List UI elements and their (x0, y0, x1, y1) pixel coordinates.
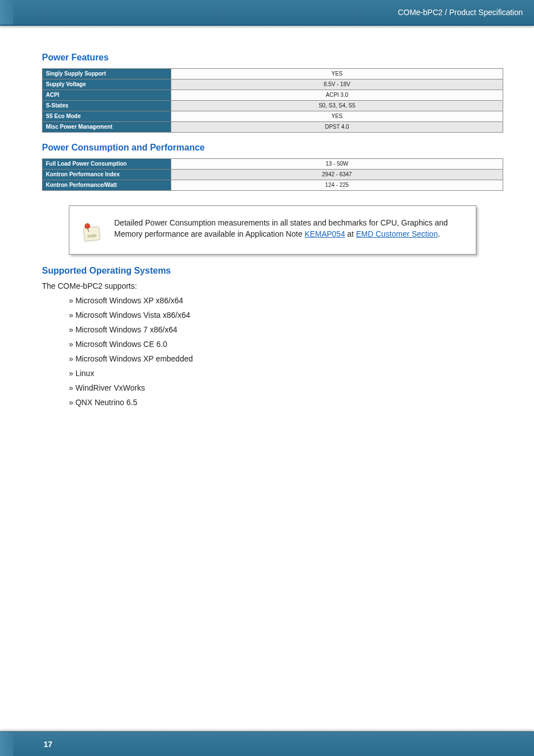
row-label: S-States (43, 101, 171, 111)
power-consumption-heading: Power Consumption and Performance (42, 143, 503, 153)
note-pin-icon: note (79, 220, 102, 243)
power-features-table: Singly Supply SupportYES Supply Voltage8… (42, 68, 503, 133)
note-link-kemap[interactable]: KEMAP054 (305, 229, 345, 238)
header-accent (0, 0, 13, 25)
note-text-after: . (438, 229, 440, 238)
row-value: 2942 - 6347 (171, 170, 503, 180)
row-label: Kontron Performance Index (43, 170, 171, 180)
svg-point-3 (86, 225, 87, 226)
row-label: Full Load Power Consumption (43, 159, 171, 170)
row-value: 124 - 225 (171, 180, 503, 191)
row-value: YES (171, 69, 503, 79)
list-item: » Microsoft Windows CE 6.0 (69, 340, 503, 349)
power-features-heading: Power Features (42, 53, 503, 63)
table-row: S-StatesS0, S3, S4, S5 (43, 101, 503, 111)
row-value: 13 - 50W (171, 159, 503, 170)
list-item: » Linux (69, 369, 503, 378)
list-item: » Microsoft Windows Vista x86/x64 (69, 311, 503, 320)
table-row: Kontron Performance/Watt124 - 225 (43, 180, 503, 191)
row-label: S5 Eco Mode (43, 111, 171, 122)
row-value: ACPI 3.0 (171, 90, 503, 101)
table-row: Kontron Performance Index2942 - 6347 (43, 170, 503, 180)
row-value: 8.5V - 18V (171, 79, 503, 90)
table-row: Singly Supply SupportYES (43, 69, 503, 79)
svg-point-2 (85, 223, 90, 229)
footer-accent (0, 732, 13, 756)
list-item: » Microsoft Windows XP x86/x64 (69, 296, 503, 305)
page-footer: 17 (0, 731, 534, 756)
note-text: Detailed Power Consumption measurements … (114, 217, 462, 240)
row-label: Kontron Performance/Watt (43, 180, 171, 191)
page-number: 17 (44, 740, 53, 749)
row-label: Singly Supply Support (43, 69, 171, 79)
row-value: DPST 4.0 (171, 122, 503, 133)
table-row: S5 Eco ModeYES (43, 111, 503, 122)
note-text-mid: at (345, 229, 355, 238)
list-item: » Microsoft Windows 7 x86/x64 (69, 325, 503, 334)
power-consumption-table: Full Load Power Consumption13 - 50W Kont… (42, 158, 503, 191)
row-label: Misc Power Management (43, 122, 171, 133)
list-item: » WindRiver VxWorks (69, 383, 503, 392)
list-item: » QNX Neutrino 6.5 (69, 398, 503, 407)
os-heading: Supported Operating Systems (42, 266, 503, 276)
table-row: ACPIACPI 3.0 (43, 90, 503, 101)
list-item: » Microsoft Windows XP embedded (69, 354, 503, 363)
row-label: Supply Voltage (43, 79, 171, 90)
page-content: Power Features Singly Supply SupportYES … (0, 26, 534, 407)
svg-text:note: note (87, 233, 97, 239)
row-label: ACPI (43, 90, 171, 101)
os-list: » Microsoft Windows XP x86/x64 » Microso… (42, 296, 503, 407)
note-box: note Detailed Power Consumption measurem… (69, 205, 476, 255)
os-intro: The COMe-bPC2 supports: (42, 281, 503, 290)
table-row: Full Load Power Consumption13 - 50W (43, 159, 503, 170)
header-title: COMe-bPC2 / Product Specification (398, 8, 523, 17)
table-row: Supply Voltage8.5V - 18V (43, 79, 503, 90)
page-header: COMe-bPC2 / Product Specification (0, 0, 534, 26)
row-value: S0, S3, S4, S5 (171, 101, 503, 111)
table-row: Misc Power ManagementDPST 4.0 (43, 122, 503, 133)
row-value: YES (171, 111, 503, 122)
note-link-emd[interactable]: EMD Customer Section (356, 229, 438, 238)
